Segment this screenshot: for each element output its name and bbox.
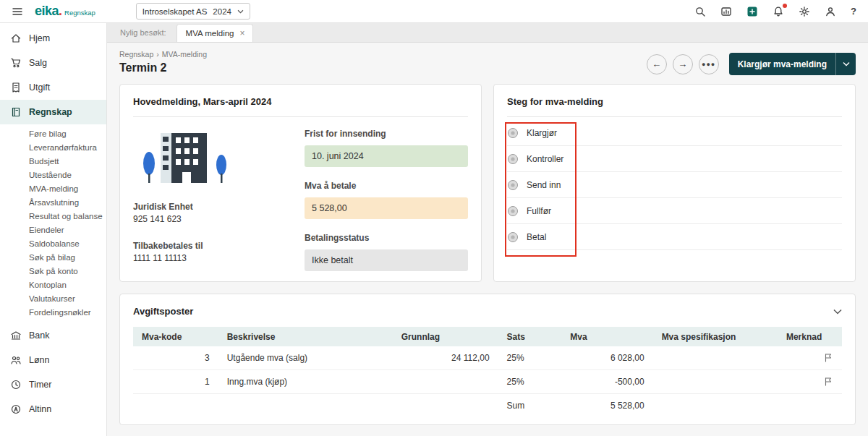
table-row: 3 Utgående mva (salg) 24 112,00 25% 6 02…	[133, 346, 842, 370]
deadline-value-box: 10. juni 2024	[305, 145, 468, 167]
notifications-button[interactable]	[771, 4, 786, 19]
sidebar-subitem-arsavslutning[interactable]: Årsavslutning	[0, 195, 106, 209]
step-send-inn[interactable]: Send inn	[507, 172, 842, 198]
sidebar-item-regnskap[interactable]: Regnskap	[0, 100, 106, 124]
breadcrumb-separator: ›	[156, 50, 159, 59]
collapse-chevron-icon[interactable]	[833, 309, 842, 315]
logo-text: eika	[35, 4, 59, 19]
building-illustration	[140, 129, 231, 185]
sidebar-item-label: Lønn	[29, 355, 50, 365]
table-header-row: Mva-kode Beskrivelse Grunnlag Sats Mva M…	[133, 327, 842, 346]
sidebar-subitem-leverandorfaktura[interactable]: Leverandørfaktura	[0, 140, 106, 154]
sum-value: 5 528,00	[561, 394, 652, 417]
cell-beskrivelse: Utgående mva (salg)	[218, 346, 393, 370]
sidebar-item-hjem[interactable]: Hjem	[0, 26, 106, 51]
sidebar-item-lonn[interactable]: Lønn	[0, 348, 106, 372]
step-label: Betal	[527, 232, 546, 242]
sidebar-subitem-sok-pa-bilag[interactable]: Søk på bilag	[0, 250, 106, 264]
sidebar-subitem-utestaende[interactable]: Utestående	[0, 168, 106, 181]
sidebar-subitem-budsjett[interactable]: Budsjett	[0, 154, 106, 168]
hamburger-icon	[12, 6, 23, 17]
user-icon	[825, 6, 836, 17]
tab-mva-melding[interactable]: MVA melding ×	[176, 24, 253, 42]
sidebar-item-timer[interactable]: Timer	[0, 372, 106, 397]
sidebar-item-altinn[interactable]: Altinn	[0, 397, 106, 422]
logo-suffix: Regnskap	[64, 9, 95, 17]
more-options-button[interactable]: ●●●	[699, 54, 719, 74]
primary-button-dropdown[interactable]	[835, 53, 856, 75]
eika-logo[interactable]: eika. Regnskap	[35, 4, 95, 19]
altinn-icon	[10, 403, 22, 415]
merknad-flag-icon[interactable]	[823, 377, 833, 387]
home-icon	[10, 33, 22, 44]
sidebar-subitem-valutakurser[interactable]: Valutakurser	[0, 291, 106, 305]
breadcrumb: Regnskap › MVA-melding	[119, 50, 207, 59]
search-icon	[694, 6, 706, 17]
step-label: Klargjør	[527, 128, 557, 138]
sidebar-subitem-resultat-og-balanse[interactable]: Resultat og balanse	[0, 209, 106, 223]
hovedmelding-card: Hovedmelding, Mars-april 2024	[119, 84, 482, 282]
avgiftsposter-title: Avgiftsposter	[133, 306, 193, 317]
company-name: Introselskapet AS	[142, 7, 208, 16]
column-mva-spesifikasjon: Mva spesifikasjon	[653, 327, 778, 346]
klargjor-mva-melding-button[interactable]: Klargjør mva-melding	[729, 53, 856, 75]
company-selector[interactable]: Introselskapet AS 2024	[136, 3, 250, 20]
sidebar-subitem-kontoplan[interactable]: Kontoplan	[0, 278, 106, 291]
step-kontroller[interactable]: Kontroller	[507, 146, 842, 172]
back-button[interactable]: ←	[647, 54, 667, 74]
sidebar-subitem-mva-melding[interactable]: MVA-melding	[0, 181, 106, 195]
step-betal[interactable]: Betal	[507, 224, 842, 250]
avgiftsposter-card: Avgiftsposter Mva-kode Beskrivelse Grunn…	[119, 294, 856, 425]
regnskap-submenu: Føre bilag Leverandørfaktura Budsjett Ut…	[0, 124, 106, 323]
breadcrumb-regnskap[interactable]: Regnskap	[119, 50, 153, 59]
sidebar-subitem-eiendeler[interactable]: Eiendeler	[0, 223, 106, 236]
steps-card-title: Steg for mva-melding	[507, 96, 842, 117]
sidebar-subitem-fordelingsnokler[interactable]: Fordelingsnøkler	[0, 305, 106, 319]
search-button[interactable]	[693, 4, 707, 19]
step-status-icon	[507, 153, 519, 165]
sidebar-subitem-sok-pa-konto[interactable]: Søk på konto	[0, 264, 106, 278]
cell-mva-link[interactable]: 6 028,00	[561, 346, 652, 370]
tab-strip: Nylig besøkt: MVA melding ×	[107, 23, 868, 43]
step-klargjor[interactable]: Klargjør	[507, 120, 842, 146]
avgiftsposter-table: Mva-kode Beskrivelse Grunnlag Sats Mva M…	[133, 327, 842, 417]
help-button[interactable]: ?	[849, 4, 858, 18]
sidebar-item-label: Utgift	[29, 82, 50, 93]
cell-grunnlag-link[interactable]	[393, 370, 498, 394]
step-fullfor[interactable]: Fullfør	[507, 198, 842, 224]
ledger-icon	[10, 106, 22, 118]
breadcrumb-mva-melding[interactable]: MVA-melding	[162, 50, 207, 59]
cell-mva-link[interactable]: -500,00	[561, 370, 652, 394]
bell-icon	[773, 6, 784, 17]
table-row: 1 Inng.mva (kjøp) 25% -500,00	[133, 370, 842, 394]
sidebar: Hjem Salg Utgift Regnskap Føre bilag Lev…	[0, 23, 107, 436]
sidebar-subitem-saldobalanse[interactable]: Saldobalanse	[0, 236, 106, 250]
cell-grunnlag-link[interactable]: 24 112,00	[393, 346, 498, 370]
entity-value: 925 141 623	[133, 214, 289, 224]
forward-button[interactable]: →	[673, 54, 693, 74]
merknad-flag-icon[interactable]	[823, 353, 833, 363]
column-grunnlag: Grunnlag	[393, 327, 498, 346]
hovedmelding-title: Hovedmelding, Mars-april 2024	[133, 96, 468, 117]
hamburger-menu-button[interactable]	[10, 4, 25, 19]
insights-button[interactable]	[719, 4, 733, 19]
sidebar-item-label: Bank	[29, 330, 50, 341]
payment-status-value-box: Ikke betalt	[305, 249, 468, 271]
sidebar-item-salg[interactable]: Salg	[0, 51, 106, 75]
sidebar-item-utgift[interactable]: Utgift	[0, 75, 106, 100]
close-icon[interactable]: ×	[239, 28, 244, 38]
bank-icon	[10, 330, 22, 341]
settings-button[interactable]	[797, 4, 812, 19]
notification-dot	[783, 4, 787, 8]
cell-sats: 25%	[498, 346, 562, 370]
step-status-icon	[507, 127, 519, 139]
step-status-icon	[507, 231, 519, 243]
sidebar-subitem-fore-bilag[interactable]: Føre bilag	[0, 127, 106, 140]
sidebar-item-bank[interactable]: Bank	[0, 323, 106, 348]
add-new-button[interactable]	[745, 4, 760, 19]
main-content: Nylig besøkt: MVA melding × Regnskap › M…	[107, 23, 868, 436]
step-status-icon	[507, 179, 519, 191]
clock-icon	[10, 379, 22, 390]
deadline-label: Frist for innsending	[305, 129, 468, 139]
profile-button[interactable]	[823, 4, 838, 19]
